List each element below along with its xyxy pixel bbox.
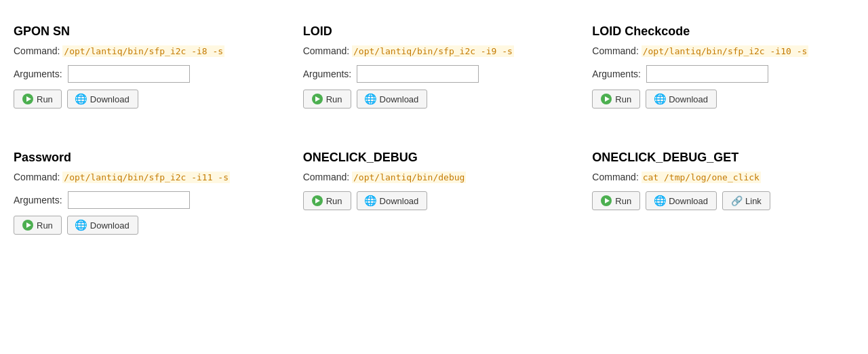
arguments-input-password[interactable]	[68, 191, 190, 209]
card-title-loid: LOID	[303, 24, 566, 39]
run-label-loid: Run	[326, 94, 342, 104]
command-line-gpon-sn: Command: /opt/lantiq/bin/sfp_i2c -i8 -s	[14, 44, 276, 58]
command-label-loid-checkcode: Command:	[592, 45, 641, 56]
download-label-gpon-sn: Download	[90, 94, 130, 104]
run-button-loid-checkcode[interactable]: Run	[592, 90, 640, 109]
download-label-loid: Download	[380, 94, 419, 104]
arguments-line-gpon-sn: Arguments:	[14, 65, 276, 83]
download-button-loid[interactable]: 🌐Download	[357, 90, 428, 109]
globe-icon-password: 🌐	[75, 219, 87, 231]
download-icon-loid-checkcode: 🌐	[654, 94, 665, 104]
command-value-oneclick-debug: /opt/lantiq/bin/debug	[352, 172, 466, 183]
card-title-oneclick-debug: ONECLICK_DEBUG	[303, 151, 566, 165]
download-button-password[interactable]: 🌐Download	[67, 216, 138, 235]
button-row-loid-checkcode: Run🌐Download	[592, 90, 854, 109]
download-label-oneclick-debug-get: Download	[669, 196, 708, 206]
run-icon-oneclick-debug	[312, 195, 323, 206]
command-label-password: Command:	[14, 172, 62, 182]
card-title-loid-checkcode: LOID Checkcode	[592, 24, 854, 39]
run-icon-loid	[312, 94, 323, 104]
card-loid-checkcode: LOID CheckcodeCommand: /opt/lantiq/bin/s…	[592, 14, 854, 119]
card-oneclick-debug-get: ONECLICK_DEBUG_GETCommand: cat /tmp/log/…	[592, 140, 854, 245]
run-button-oneclick-debug-get[interactable]: Run	[592, 191, 640, 210]
command-label-gpon-sn: Command:	[14, 45, 62, 56]
card-title-oneclick-debug-get: ONECLICK_DEBUG_GET	[592, 151, 854, 165]
download-icon-gpon-sn: 🌐	[76, 94, 87, 104]
command-line-loid: Command: /opt/lantiq/bin/sfp_i2c -i9 -s	[303, 44, 566, 58]
command-line-oneclick-debug: Command: /opt/lantiq/bin/debug	[303, 170, 566, 184]
command-grid: GPON SNCommand: /opt/lantiq/bin/sfp_i2c …	[14, 14, 854, 245]
command-label-oneclick-debug-get: Command:	[592, 172, 641, 182]
command-value-oneclick-debug-get: cat /tmp/log/one_click	[642, 172, 761, 183]
command-value-loid: /opt/lantiq/bin/sfp_i2c -i9 -s	[352, 45, 514, 57]
button-row-oneclick-debug-get: Run🌐Download🔗Link	[592, 191, 854, 210]
command-line-loid-checkcode: Command: /opt/lantiq/bin/sfp_i2c -i10 -s	[592, 44, 854, 58]
globe-icon-loid-checkcode: 🌐	[654, 93, 667, 105]
link-button-oneclick-debug-get[interactable]: 🔗Link	[722, 191, 770, 210]
globe-icon-loid: 🌐	[364, 93, 377, 105]
run-button-loid[interactable]: Run	[303, 90, 351, 109]
run-icon-loid-checkcode	[601, 94, 612, 104]
arguments-label-gpon-sn: Arguments:	[14, 68, 62, 79]
card-oneclick-debug: ONECLICK_DEBUGCommand: /opt/lantiq/bin/d…	[303, 140, 566, 245]
run-label-password: Run	[37, 220, 53, 231]
arguments-input-loid[interactable]	[357, 65, 479, 83]
button-row-password: Run🌐Download	[14, 216, 276, 235]
button-row-loid: Run🌐Download	[303, 90, 566, 109]
arguments-label-loid-checkcode: Arguments:	[592, 68, 641, 79]
download-label-loid-checkcode: Download	[669, 94, 708, 104]
run-label-loid-checkcode: Run	[615, 94, 631, 104]
download-icon-oneclick-debug: 🌐	[366, 195, 376, 206]
link-symbol-oneclick-debug-get: 🔗	[731, 195, 743, 206]
card-title-gpon-sn: GPON SN	[14, 24, 276, 39]
command-label-loid: Command:	[303, 45, 352, 56]
run-label-gpon-sn: Run	[37, 94, 53, 104]
download-button-oneclick-debug-get[interactable]: 🌐Download	[646, 191, 717, 210]
arguments-label-loid: Arguments:	[303, 68, 352, 79]
command-value-loid-checkcode: /opt/lantiq/bin/sfp_i2c -i10 -s	[642, 45, 809, 57]
command-line-oneclick-debug-get: Command: cat /tmp/log/one_click	[592, 170, 854, 184]
globe-icon-oneclick-debug: 🌐	[364, 195, 377, 207]
download-button-gpon-sn[interactable]: 🌐Download	[67, 90, 138, 109]
arguments-input-gpon-sn[interactable]	[68, 65, 190, 83]
command-value-password: /opt/lantiq/bin/sfp_i2c -i11 -s	[62, 172, 230, 183]
arguments-line-password: Arguments:	[14, 191, 276, 209]
command-line-password: Command: /opt/lantiq/bin/sfp_i2c -i11 -s	[14, 170, 276, 184]
card-loid: LOIDCommand: /opt/lantiq/bin/sfp_i2c -i9…	[303, 14, 566, 119]
globe-icon-gpon-sn: 🌐	[75, 93, 87, 105]
link-icon-oneclick-debug-get: 🔗	[731, 195, 742, 206]
arguments-line-loid-checkcode: Arguments:	[592, 65, 854, 83]
download-label-oneclick-debug: Download	[380, 196, 419, 206]
run-icon-gpon-sn	[22, 94, 33, 104]
download-button-oneclick-debug[interactable]: 🌐Download	[357, 191, 428, 210]
button-row-oneclick-debug: Run🌐Download	[303, 191, 566, 210]
run-icon-oneclick-debug-get	[601, 195, 612, 206]
card-password: PasswordCommand: /opt/lantiq/bin/sfp_i2c…	[14, 140, 276, 245]
download-button-loid-checkcode[interactable]: 🌐Download	[646, 90, 717, 109]
globe-icon-oneclick-debug-get: 🌐	[654, 195, 667, 207]
download-icon-password: 🌐	[76, 220, 87, 231]
run-button-password[interactable]: Run	[14, 216, 62, 235]
run-label-oneclick-debug: Run	[326, 196, 342, 206]
download-icon-oneclick-debug-get: 🌐	[654, 195, 665, 206]
link-label-oneclick-debug-get: Link	[745, 196, 762, 206]
run-button-gpon-sn[interactable]: Run	[14, 90, 62, 109]
run-label-oneclick-debug-get: Run	[615, 196, 631, 206]
run-icon-password	[22, 220, 33, 231]
download-label-password: Download	[90, 220, 130, 231]
run-button-oneclick-debug[interactable]: Run	[303, 191, 351, 210]
arguments-line-loid: Arguments:	[303, 65, 566, 83]
arguments-input-loid-checkcode[interactable]	[646, 65, 768, 83]
button-row-gpon-sn: Run🌐Download	[14, 90, 276, 109]
command-label-oneclick-debug: Command:	[303, 172, 352, 182]
card-title-password: Password	[14, 151, 276, 165]
command-value-gpon-sn: /opt/lantiq/bin/sfp_i2c -i8 -s	[62, 45, 224, 57]
arguments-label-password: Arguments:	[14, 195, 62, 205]
card-gpon-sn: GPON SNCommand: /opt/lantiq/bin/sfp_i2c …	[14, 14, 276, 119]
download-icon-loid: 🌐	[366, 94, 376, 104]
